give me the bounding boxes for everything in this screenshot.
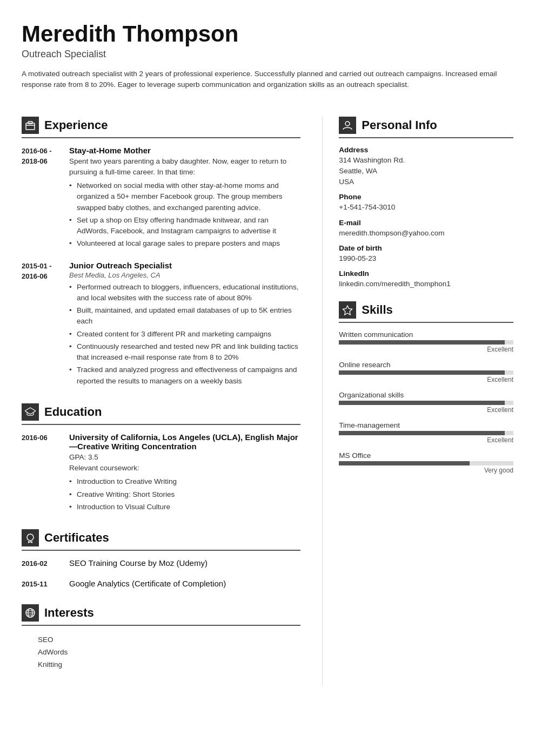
skill-level-3: Excellent bbox=[339, 436, 513, 444]
interest-item-0: SEO bbox=[22, 633, 300, 646]
interests-header: Interests bbox=[22, 604, 300, 626]
dob-field: Date of birth 1990-05-23 bbox=[339, 244, 513, 264]
address-value: 314 Washington Rd. Seattle, WA USA bbox=[339, 155, 513, 188]
svg-marker-3 bbox=[25, 408, 36, 414]
skill-bar-4 bbox=[339, 461, 513, 465]
certificates-icon bbox=[22, 529, 39, 546]
skill-name-3: Time-management bbox=[339, 421, 513, 429]
entry-bullets-0: Networked on social media with other sta… bbox=[69, 180, 300, 249]
skill-name-4: MS Office bbox=[339, 451, 513, 460]
skill-bar-fill-3 bbox=[339, 431, 505, 435]
right-column: Personal Info Address 314 Washington Rd.… bbox=[322, 117, 513, 686]
skill-item-2: Organizational skills Excellent bbox=[339, 391, 513, 414]
left-column: Experience 2016-06 - 2018-06 Stay-at-Hom… bbox=[22, 117, 300, 686]
entry-desc-0: Spent two years parenting a baby daughte… bbox=[69, 156, 300, 178]
experience-header: Experience bbox=[22, 117, 300, 138]
email-field: E-mail meredith.thompson@yahoo.com bbox=[339, 219, 513, 239]
interests-icon bbox=[22, 604, 39, 622]
candidate-summary: A motivated outreach specialist with 2 y… bbox=[22, 69, 513, 91]
skill-bar-1 bbox=[339, 370, 513, 375]
skill-bar-fill-0 bbox=[339, 340, 505, 345]
bullet-item: Creative Writing: Short Stories bbox=[69, 489, 300, 500]
skill-bar-fill-2 bbox=[339, 401, 505, 405]
skills-section: Skills Written communication Excellent O… bbox=[339, 301, 513, 474]
skills-icon bbox=[339, 301, 356, 319]
edu-desc-0: GPA: 3.5 Relevant coursework: bbox=[69, 452, 300, 474]
skill-level-2: Excellent bbox=[339, 406, 513, 414]
entry-bullets-1: Performed outreach to bloggers, influenc… bbox=[69, 282, 300, 387]
education-title: Education bbox=[44, 405, 102, 419]
certificates-title: Certificates bbox=[44, 531, 109, 545]
cert-entry-0: 2016-02 SEO Training Course by Moz (Udem… bbox=[22, 558, 300, 569]
candidate-title: Outreach Specialist bbox=[22, 49, 513, 60]
entry-date-0: 2016-06 - 2018-06 bbox=[22, 146, 61, 251]
bullet-item: Tracked and analyzed progress and effect… bbox=[69, 364, 300, 387]
candidate-name: Meredith Thompson bbox=[22, 22, 513, 46]
personal-info-section: Personal Info Address 314 Washington Rd.… bbox=[339, 117, 513, 290]
phone-label: Phone bbox=[339, 193, 513, 201]
skill-name-0: Written communication bbox=[339, 330, 513, 339]
svg-point-10 bbox=[345, 122, 350, 126]
skill-item-3: Time-management Excellent bbox=[339, 421, 513, 444]
skill-level-4: Very good bbox=[339, 467, 513, 474]
edu-bullets-0: Introduction to Creative Writing Creativ… bbox=[69, 476, 300, 512]
entry-content-0: Stay-at-Home Mother Spent two years pare… bbox=[69, 146, 300, 251]
interests-title: Interests bbox=[44, 606, 94, 620]
address-label: Address bbox=[339, 146, 513, 154]
bullet-item: Created content for 3 different PR and m… bbox=[69, 329, 300, 340]
bullet-item: Set up a shop on Etsy offering handmade … bbox=[69, 215, 300, 237]
cert-title-0: SEO Training Course by Moz (Udemy) bbox=[69, 558, 300, 568]
bullet-item: Performed outreach to bloggers, influenc… bbox=[69, 282, 300, 304]
cert-date-0: 2016-02 bbox=[22, 558, 61, 569]
skill-bar-0 bbox=[339, 340, 513, 345]
cert-content-0: SEO Training Course by Moz (Udemy) bbox=[69, 558, 300, 569]
bullet-item: Introduction to Creative Writing bbox=[69, 476, 300, 487]
entry-title-0: Stay-at-Home Mother bbox=[69, 146, 300, 155]
education-icon bbox=[22, 403, 39, 421]
skill-item-0: Written communication Excellent bbox=[339, 330, 513, 353]
dob-value: 1990-05-23 bbox=[339, 253, 513, 264]
email-label: E-mail bbox=[339, 219, 513, 227]
entry-date-1: 2015-01 - 2016-06 bbox=[22, 261, 61, 388]
skill-bar-2 bbox=[339, 401, 513, 405]
education-header: Education bbox=[22, 403, 300, 425]
svg-rect-1 bbox=[28, 122, 32, 124]
cert-entry-1: 2015-11 Google Analytics (Certificate of… bbox=[22, 579, 300, 590]
entry-title-1: Junior Outreach Specialist bbox=[69, 261, 300, 270]
bullet-item: Networked on social media with other sta… bbox=[69, 180, 300, 213]
certificates-header: Certificates bbox=[22, 529, 300, 551]
skill-level-1: Excellent bbox=[339, 376, 513, 383]
education-entry-0: 2016-06 University of California, Los An… bbox=[22, 433, 300, 514]
phone-field: Phone +1-541-754-3010 bbox=[339, 193, 513, 213]
experience-entry-0: 2016-06 - 2018-06 Stay-at-Home Mother Sp… bbox=[22, 146, 300, 251]
skill-name-2: Organizational skills bbox=[339, 391, 513, 399]
experience-title: Experience bbox=[44, 118, 108, 132]
bullet-item: Introduction to Visual Culture bbox=[69, 502, 300, 512]
skill-name-1: Online research bbox=[339, 361, 513, 369]
edu-content-0: University of California, Los Angeles (U… bbox=[69, 433, 300, 514]
skill-bar-3 bbox=[339, 431, 513, 435]
skill-item-4: MS Office Very good bbox=[339, 451, 513, 474]
skills-title: Skills bbox=[362, 303, 392, 317]
personal-info-title: Personal Info bbox=[362, 118, 437, 132]
experience-section: Experience 2016-06 - 2018-06 Stay-at-Hom… bbox=[22, 117, 300, 388]
cert-date-1: 2015-11 bbox=[22, 579, 61, 590]
interest-item-2: Knitting bbox=[22, 658, 300, 671]
bullet-item: Continuously researched and tested new P… bbox=[69, 341, 300, 363]
linkedin-field: LinkedIn linkedin.com/meredith_thomphon1 bbox=[339, 269, 513, 289]
header-section: Meredith Thompson Outreach Specialist A … bbox=[22, 22, 513, 91]
svg-rect-0 bbox=[26, 123, 35, 130]
edu-date-0: 2016-06 bbox=[22, 433, 61, 514]
skills-header: Skills bbox=[339, 301, 513, 323]
interests-section: Interests SEO AdWords Knitting bbox=[22, 604, 300, 671]
svg-point-4 bbox=[27, 534, 34, 541]
personal-info-header: Personal Info bbox=[339, 117, 513, 138]
address-field: Address 314 Washington Rd. Seattle, WA U… bbox=[339, 146, 513, 188]
dob-label: Date of birth bbox=[339, 244, 513, 252]
skill-bar-fill-4 bbox=[339, 461, 470, 465]
entry-subtitle-1: Best Media, Los Angeles, CA bbox=[69, 271, 300, 279]
phone-value: +1-541-754-3010 bbox=[339, 202, 513, 213]
personal-info-icon bbox=[339, 117, 356, 134]
skill-bar-fill-1 bbox=[339, 370, 505, 375]
edu-title-0: University of California, Los Angeles (U… bbox=[69, 433, 300, 451]
